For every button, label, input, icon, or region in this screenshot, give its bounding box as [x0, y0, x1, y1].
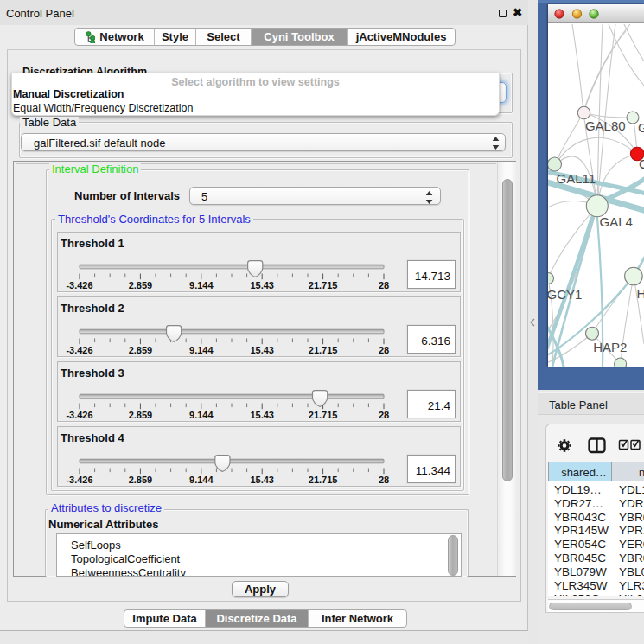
svg-text:28: 28	[379, 410, 389, 420]
svg-text:28: 28	[379, 345, 389, 355]
svg-text:-3.426: -3.426	[66, 345, 92, 355]
svg-text:-3.426: -3.426	[66, 410, 92, 420]
svg-text:21.715: 21.715	[309, 280, 338, 290]
svg-text:GA: GA	[638, 120, 644, 135]
svg-text:21.715: 21.715	[309, 475, 338, 485]
svg-text:2.859: 2.859	[129, 280, 153, 290]
svg-text:21.715: 21.715	[309, 410, 338, 420]
svg-text:-3.426: -3.426	[66, 475, 92, 485]
svg-text:15.43: 15.43	[250, 475, 274, 485]
svg-text:GAL4: GAL4	[600, 214, 633, 229]
svg-text:2.859: 2.859	[129, 475, 153, 485]
svg-text:9.144: 9.144	[189, 280, 214, 290]
svg-text:15.43: 15.43	[250, 280, 274, 290]
svg-text:H: H	[636, 286, 644, 301]
svg-text:GAL11: GAL11	[557, 171, 596, 186]
svg-text:28: 28	[379, 280, 389, 290]
svg-text:9.144: 9.144	[189, 410, 214, 420]
svg-text:15.43: 15.43	[250, 345, 274, 355]
svg-text:2.859: 2.859	[129, 345, 153, 355]
svg-text:GCY1: GCY1	[548, 287, 582, 302]
svg-text:9.144: 9.144	[189, 475, 214, 485]
svg-text:2.859: 2.859	[129, 410, 153, 420]
svg-text:21.715: 21.715	[309, 345, 338, 355]
svg-text:9.144: 9.144	[189, 345, 214, 355]
svg-text:28: 28	[379, 475, 389, 485]
svg-text:15.43: 15.43	[250, 410, 274, 420]
svg-text:C: C	[639, 156, 644, 171]
svg-text:-3.426: -3.426	[66, 280, 92, 290]
svg-text:GAL80: GAL80	[585, 118, 626, 133]
svg-text:HAP2: HAP2	[593, 340, 627, 354]
